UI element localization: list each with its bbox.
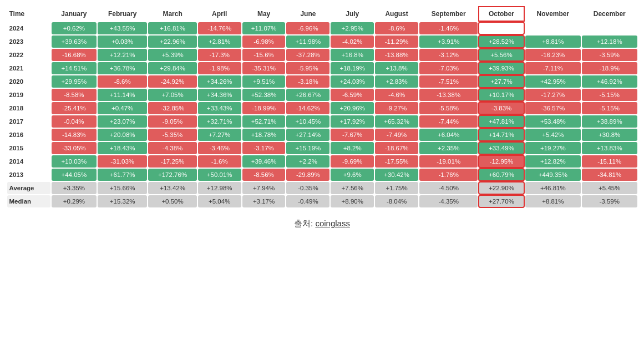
value-cell: -17.3% (198, 49, 241, 61)
year-cell: 2020 (7, 75, 50, 88)
value-cell: +11.14% (98, 89, 147, 101)
year-cell: 2014 (7, 155, 50, 168)
value-cell: +53.48% (525, 115, 581, 128)
median-cell: +0.50% (148, 195, 196, 207)
value-cell: +15.19% (286, 142, 329, 154)
value-cell: -15.11% (582, 155, 637, 168)
value-cell: +2.2% (286, 155, 329, 168)
col-header-may: May (242, 7, 286, 21)
average-cell: +22.90% (479, 182, 524, 194)
year-cell: 2013 (7, 169, 50, 181)
col-header-january: January (52, 7, 97, 21)
value-cell: -24.92% (148, 75, 196, 88)
value-cell: +18.43% (98, 142, 147, 154)
value-cell: +30.8% (582, 129, 637, 141)
average-cell: -4.50% (419, 182, 478, 194)
value-cell: +27.7% (479, 75, 524, 88)
col-header-december: December (582, 7, 637, 21)
value-cell: +8.2% (331, 142, 374, 154)
value-cell: +26.67% (286, 89, 329, 101)
value-cell: -14.62% (286, 102, 329, 114)
table-row: 2022-16.68%+12.21%+5.39%-17.3%-15.6%-37.… (7, 49, 637, 61)
value-cell: +29.95% (52, 75, 97, 88)
value-cell: +11.98% (286, 36, 329, 48)
median-cell: -8.04% (375, 195, 418, 207)
col-header-february: February (98, 7, 147, 21)
value-cell: -9.69% (331, 155, 374, 168)
value-cell: -6.96% (286, 22, 329, 34)
col-header-july: July (331, 7, 374, 21)
median-cell: +8.81% (525, 195, 581, 207)
average-cell: +12.98% (198, 182, 241, 194)
value-cell: +24.03% (331, 75, 374, 88)
year-cell: 2022 (7, 49, 50, 61)
value-cell: -3.59% (582, 49, 637, 61)
value-cell: +10.17% (479, 89, 524, 101)
value-cell: +43.55% (98, 22, 147, 34)
average-cell: +3.35% (52, 182, 97, 194)
value-cell: -4.6% (375, 89, 418, 101)
median-row: Median+0.29%+15.32%+0.50%+5.04%+3.17%-0.… (7, 195, 637, 207)
value-cell: -31.03% (98, 155, 147, 168)
value-cell: -8.56% (242, 169, 286, 181)
value-cell: +9.51% (242, 75, 286, 88)
median-cell: +3.17% (242, 195, 286, 207)
value-cell: +34.26% (198, 75, 241, 88)
value-cell: +46.92% (582, 75, 637, 88)
value-cell: -14.83% (52, 129, 97, 141)
value-cell: +39.63% (52, 36, 97, 48)
value-cell: +28.52% (479, 36, 524, 48)
value-cell: +17.92% (331, 115, 374, 128)
table-row: 2023+39.63%+0.03%+22.96%+2.81%-6.98%+11.… (7, 36, 637, 48)
value-cell: -29.89% (286, 169, 329, 181)
value-cell: +19.27% (525, 142, 581, 154)
value-cell: -8.6% (98, 75, 147, 88)
col-header-october: October (479, 7, 524, 21)
value-cell: -7.67% (331, 129, 374, 141)
value-cell: +42.95% (525, 75, 581, 88)
value-cell: +16.81% (148, 22, 196, 34)
col-header-april: April (198, 7, 241, 21)
value-cell: +61.77% (98, 169, 147, 181)
median-cell: +5.04% (198, 195, 241, 207)
value-cell: -6.59% (331, 89, 374, 101)
value-cell: -7.44% (419, 115, 478, 128)
value-cell: +6.04% (419, 129, 478, 141)
value-cell: +8.81% (525, 36, 581, 48)
value-cell: -5.15% (582, 89, 637, 101)
footer-text: 출처: (294, 219, 315, 228)
median-label: Median (7, 195, 50, 207)
value-cell: +27.14% (286, 129, 329, 141)
value-cell: +14.51% (52, 62, 97, 74)
value-cell: -25.41% (52, 102, 97, 114)
year-cell: 2017 (7, 115, 50, 128)
col-header-march: March (148, 7, 196, 21)
value-cell: -3.12% (419, 49, 478, 61)
table-row: 2020+29.95%-8.6%-24.92%+34.26%+9.51%-3.1… (7, 75, 637, 88)
value-cell: +9.6% (331, 169, 374, 181)
value-cell: +5.39% (148, 49, 196, 61)
value-cell: -18.67% (375, 142, 418, 154)
median-cell: -3.59% (582, 195, 637, 207)
value-cell: -8.6% (375, 22, 418, 34)
value-cell: -8.58% (52, 89, 97, 101)
value-cell: -7.03% (419, 62, 478, 74)
value-cell (582, 22, 637, 34)
table-row: 2016-14.83%+20.08%-5.35%+7.27%+18.78%+27… (7, 129, 637, 141)
value-cell: +5.56% (479, 49, 524, 61)
value-cell: -9.27% (375, 102, 418, 114)
value-cell: +29.84% (148, 62, 196, 74)
value-cell: -13.38% (419, 89, 478, 101)
median-cell: +27.70% (479, 195, 524, 207)
value-cell: -17.25% (148, 155, 196, 168)
coinglass-link[interactable]: coinglass (315, 219, 350, 228)
table-row: 2024+0.62%+43.55%+16.81%-14.76%+11.07%-6… (7, 22, 637, 34)
value-cell: -3.17% (242, 142, 286, 154)
value-cell: +20.08% (98, 129, 147, 141)
value-cell: +52.38% (242, 89, 286, 101)
value-cell: -12.95% (479, 155, 524, 168)
median-cell: -0.49% (286, 195, 329, 207)
value-cell (479, 22, 524, 34)
col-header-august: August (375, 7, 418, 21)
value-cell: +20.96% (331, 102, 374, 114)
